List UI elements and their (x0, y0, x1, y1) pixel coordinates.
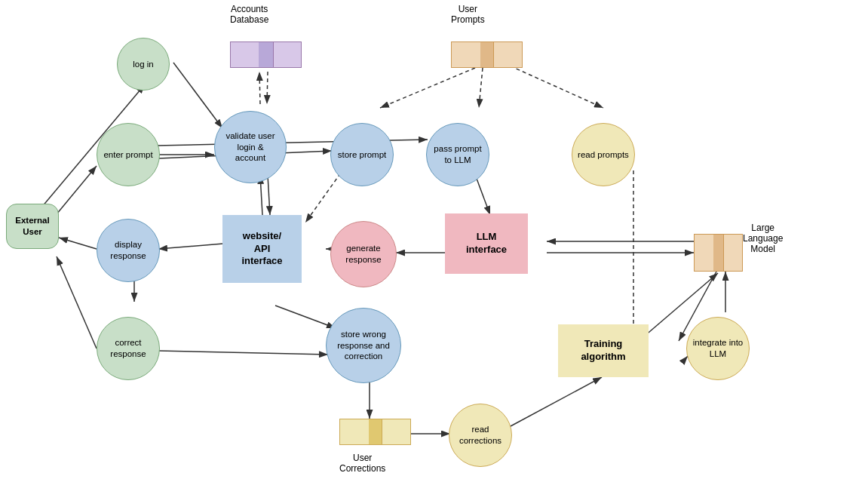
log-in-node: log in (117, 38, 170, 91)
llm-interface-node: LLM interface (445, 213, 528, 274)
store-wrong-node: store wrong response and correction (326, 308, 401, 383)
svg-line-21 (511, 377, 602, 426)
correct-response-node: correct response (97, 317, 160, 380)
store-prompt-node: store prompt (330, 123, 394, 186)
user-corrections-shape (339, 419, 411, 445)
svg-line-5 (57, 256, 97, 349)
external-user-node: External User (6, 204, 59, 249)
enter-prompt-node: enter prompt (97, 123, 160, 186)
svg-line-3 (53, 166, 97, 219)
large-language-label: Large Language Model (743, 223, 783, 254)
svg-line-28 (479, 68, 483, 108)
website-api-node: website/ API interface (222, 215, 302, 283)
pass-prompt-node: pass prompt to LLM (426, 123, 489, 186)
validate-user-node: validate user login & account (214, 111, 287, 183)
svg-line-10 (268, 175, 270, 215)
diagram-container: Accounts Database User Prompts User Corr… (0, 0, 868, 479)
svg-line-6 (173, 63, 222, 128)
generate-response-node: generate response (330, 221, 397, 287)
llm-rect-shape (694, 234, 743, 272)
svg-line-32 (158, 351, 328, 355)
user-prompts-shape (451, 41, 523, 68)
user-corrections-label: User Corrections (339, 453, 385, 474)
read-corrections-node: read corrections (449, 404, 512, 467)
svg-line-26 (259, 72, 260, 104)
display-response-node: display response (97, 219, 160, 282)
svg-line-25 (267, 72, 268, 104)
training-algo-node: Training algorithm (558, 324, 649, 377)
read-prompts-node: read prompts (572, 123, 635, 186)
svg-line-18 (275, 306, 336, 328)
svg-line-27 (380, 68, 475, 108)
integrate-llm-node: integrate into LLM (686, 317, 750, 380)
accounts-db-shape (230, 41, 302, 68)
svg-line-4 (59, 238, 97, 249)
user-prompts-label: User Prompts (451, 4, 485, 25)
accounts-db-label: Accounts Database (230, 4, 268, 25)
